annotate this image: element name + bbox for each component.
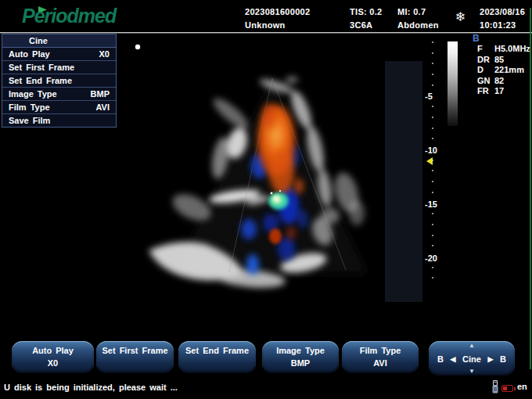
menu-item-save-film[interactable]: Save Film — [2, 114, 116, 127]
menu-item-auto-play[interactable]: Auto Play X0 — [2, 48, 116, 61]
menu-item-set-first-frame[interactable]: Set First Frame — [2, 61, 116, 74]
param-gain: GN 82 — [477, 76, 504, 85]
arrow-right-icon[interactable]: ▶ — [488, 355, 494, 363]
param-frame-rate: FR 17 — [477, 86, 504, 95]
param-label: D — [477, 65, 494, 74]
arrow-up-icon[interactable]: ▲ — [429, 343, 515, 349]
menu-item-image-type[interactable]: Image Type BMP — [2, 88, 116, 101]
param-value: 17 — [494, 86, 504, 95]
top-status-bar: Periodmed 2023081600002 Unknown TIS: 0.2… — [0, 0, 532, 33]
probe-model: 3C6A — [350, 20, 372, 30]
topbar-separator — [0, 32, 532, 33]
param-frequency: F H5.0MHz — [477, 44, 530, 53]
menu-item-label: Auto Play — [9, 48, 50, 60]
freeze-snowflake-icon: ❄ — [455, 9, 466, 24]
cine-navigation-button[interactable]: ▲ B ◀ Cine ▶ B ▼ — [429, 341, 515, 376]
brand-logo: Periodmed — [22, 5, 116, 27]
depth-label: -15 — [425, 200, 444, 209]
system-time: 10:01:23 — [480, 20, 516, 30]
exam-id: 2023081600002 — [245, 7, 310, 16]
menu-item-film-type[interactable]: Film Type AVI — [2, 101, 116, 114]
depth-label: -5 — [425, 92, 444, 101]
param-depth: D 221mm — [477, 65, 524, 74]
set-first-frame-button[interactable]: Set First Frame — [96, 341, 174, 373]
param-label: FR — [477, 86, 494, 95]
button-label: Set End Frame — [178, 346, 256, 355]
button-label: Set First Frame — [96, 346, 174, 355]
tis-value: TIS: 0.2 — [350, 7, 383, 16]
menu-item-label: Set First Frame — [9, 61, 74, 74]
cine-nav-center: Cine — [462, 354, 481, 364]
depth-label: -10 — [425, 146, 444, 155]
status-message: U disk is being initialized, please wait… — [4, 383, 178, 392]
menu-item-set-end-frame[interactable]: Set End Frame — [2, 74, 116, 88]
menu-item-value: BMP — [91, 88, 110, 100]
button-label: Image Type — [262, 346, 339, 355]
focus-position-marker[interactable] — [426, 157, 433, 165]
menu-item-label: Set End Frame — [9, 74, 72, 87]
param-value: 221mm — [494, 65, 524, 74]
right-edge-green-line — [530, 8, 531, 369]
mode-indicator: B — [473, 33, 480, 44]
film-type-button[interactable]: Film Type AVI — [342, 341, 419, 373]
param-value: H5.0MHz — [494, 44, 530, 53]
button-label: Film Type — [342, 346, 419, 355]
language-indicator[interactable]: en — [517, 382, 527, 391]
menu-item-label: Image Type — [9, 88, 57, 100]
menu-item-label: Film Type — [9, 101, 50, 113]
mi-value: MI: 0.7 — [397, 7, 426, 16]
param-label: F — [477, 44, 494, 53]
grayscale-map-bar — [448, 41, 458, 126]
auto-play-button[interactable]: Auto Play X0 — [12, 341, 94, 373]
cine-nav-right-b[interactable]: B — [500, 354, 506, 364]
ultrasound-image — [125, 39, 422, 313]
param-label: DR — [477, 55, 494, 64]
param-value: 85 — [494, 55, 504, 64]
menu-item-label: Save Film — [9, 114, 50, 127]
status-bar: U disk is being initialized, please wait… — [0, 377, 532, 399]
button-label: Auto Play — [12, 346, 94, 355]
button-value: BMP — [262, 358, 339, 368]
menu-item-value: AVI — [95, 101, 110, 113]
param-value: 82 — [494, 76, 504, 85]
battery-low-icon — [501, 385, 513, 392]
usb-drive-icon — [491, 380, 499, 394]
menu-item-value: X0 — [99, 48, 110, 60]
orientation-marker-dot — [135, 45, 140, 49]
patient-name: Unknown — [245, 20, 286, 30]
cine-context-menu: Cine Auto Play X0 Set First Frame Set En… — [2, 34, 117, 128]
exam-preset: Abdomen — [397, 20, 439, 30]
system-date: 2023/08/16 — [480, 7, 525, 16]
set-end-frame-button[interactable]: Set End Frame — [178, 341, 256, 373]
cine-nav-left-b[interactable]: B — [437, 354, 444, 364]
arrow-left-icon[interactable]: ◀ — [451, 355, 456, 363]
arrow-down-icon[interactable]: ▼ — [429, 368, 515, 375]
button-value: X0 — [12, 358, 94, 368]
depth-label: -20 — [425, 253, 444, 263]
image-type-button[interactable]: Image Type BMP — [262, 341, 339, 373]
menu-title: Cine — [2, 34, 116, 48]
button-value: AVI — [342, 358, 419, 368]
param-dynamic-range: DR 85 — [477, 55, 504, 64]
param-label: GN — [477, 76, 494, 85]
